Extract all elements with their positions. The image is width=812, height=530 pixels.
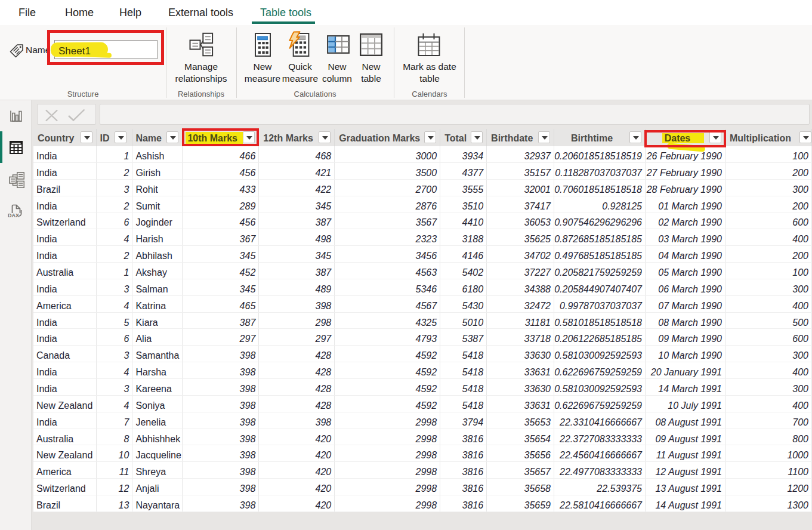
svg-text:DAX: DAX [8, 212, 19, 218]
